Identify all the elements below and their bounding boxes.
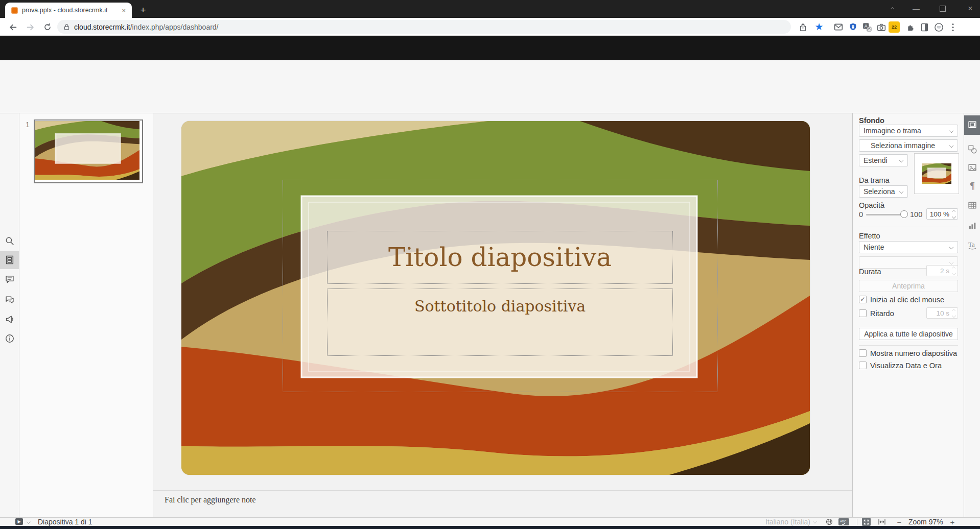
- delay-spinner-disabled: 10 s: [926, 307, 958, 319]
- search-icon[interactable]: [5, 236, 15, 246]
- url-text: cloud.storecrmk.it/index.php/apps/dashbo…: [74, 23, 219, 31]
- slide-settings-panel: Sfondo Immagine o trama Seleziona immagi…: [852, 113, 964, 517]
- table-settings-icon[interactable]: [967, 200, 977, 210]
- effect-select[interactable]: Niente: [859, 241, 958, 253]
- spellcheck-icon[interactable]: ABC: [838, 518, 849, 525]
- reload-icon[interactable]: [41, 20, 54, 34]
- slide-canvas-area[interactable]: Titolo diapositiva Sottotitolo diapositi…: [153, 113, 852, 517]
- translate-icon[interactable]: A: [860, 20, 874, 34]
- back-icon[interactable]: [6, 20, 19, 34]
- window-chevron-icon[interactable]: [886, 3, 898, 14]
- profile-badge-icon[interactable]: [932, 20, 945, 34]
- extensions-puzzle-icon[interactable]: [903, 20, 917, 34]
- document-language-globe-icon[interactable]: [825, 518, 833, 526]
- background-image-preview: [914, 153, 959, 194]
- duration-label: Durata: [859, 268, 881, 276]
- zoom-in-button[interactable]: +: [948, 518, 956, 526]
- preview-button-disabled: Anteprima: [859, 280, 958, 292]
- opacity-max-label: 100: [910, 210, 922, 219]
- slide-settings-icon[interactable]: [967, 119, 977, 130]
- tab-close-icon[interactable]: ×: [120, 7, 128, 14]
- fit-to-width-icon[interactable]: [877, 518, 886, 526]
- effect-label: Effetto: [859, 232, 880, 240]
- textart-settings-icon[interactable]: Ta: [967, 240, 977, 250]
- select-image-button[interactable]: Seleziona immagine: [859, 139, 958, 152]
- browser-tab[interactable]: prova.pptx - cloud.storecrmk.it ×: [5, 3, 132, 18]
- show-date-time-checkbox[interactable]: [859, 362, 867, 369]
- start-on-click-checkbox[interactable]: ✓: [859, 296, 867, 303]
- opacity-value-spinner[interactable]: 100 %: [926, 208, 958, 220]
- zoom-level[interactable]: Zoom 97%: [908, 518, 943, 526]
- editor-menubar: ONLYOFFICE File Home Inserisci Collabora…: [0, 60, 980, 79]
- right-toolbar: [964, 113, 980, 517]
- tab-title: prova.pptx - cloud.storecrmk.it: [22, 7, 120, 14]
- site-favicon: [11, 7, 18, 14]
- slide-info: Diapositiva 1 di 1: [38, 518, 92, 526]
- content-selection-outline[interactable]: [283, 180, 718, 392]
- browser-tab-strip: prova.pptx - cloud.storecrmk.it × + — ×: [0, 0, 980, 18]
- comments-icon[interactable]: [5, 274, 15, 284]
- svg-text:ABC: ABC: [840, 520, 847, 523]
- background-section-label: Sfondo: [859, 116, 884, 125]
- browser-address-bar: cloud.storecrmk.it/index.php/apps/dashbo…: [0, 18, 980, 36]
- subtitle-placeholder[interactable]: Sottotitolo diapositiva: [327, 288, 673, 356]
- editor-toolbar: Aggiungi diapositiva A▲ A▼ Aa B I U S A2…: [0, 79, 980, 113]
- screenshot-camera-icon[interactable]: [875, 20, 888, 34]
- opacity-min-label: 0: [859, 210, 863, 219]
- slide-thumbnails-panel: 1: [19, 113, 153, 517]
- new-tab-button[interactable]: +: [137, 4, 149, 16]
- window-maximize-button[interactable]: [938, 4, 947, 13]
- share-icon[interactable]: [796, 20, 809, 34]
- opacity-slider-track[interactable]: [866, 214, 904, 215]
- slides-panel-icon[interactable]: [5, 255, 15, 265]
- left-toolbar: [0, 113, 19, 517]
- shape-settings-icon[interactable]: [967, 144, 977, 154]
- omnibox[interactable]: cloud.storecrmk.it/index.php/apps/dashbo…: [57, 20, 791, 34]
- feedback-megaphone-icon[interactable]: [5, 314, 15, 324]
- window-close-button[interactable]: ×: [965, 3, 976, 14]
- show-slide-number-checkbox[interactable]: [859, 349, 867, 357]
- texture-select[interactable]: Seleziona: [859, 185, 908, 198]
- browser-menu-icon[interactable]: [947, 20, 959, 34]
- reading-list-icon[interactable]: [918, 20, 931, 34]
- background-fill-type-select[interactable]: Immagine o trama: [859, 125, 958, 137]
- slide-thumbnail[interactable]: [34, 119, 143, 183]
- apply-to-all-button[interactable]: Applica a tutte le diapositive: [859, 328, 958, 340]
- opacity-slider-knob[interactable]: [900, 210, 908, 218]
- forward-icon[interactable]: [24, 20, 37, 34]
- lock-icon: [63, 23, 70, 31]
- image-fit-select[interactable]: Estendi: [859, 154, 908, 166]
- slide-editing-surface[interactable]: Titolo diapositiva Sottotitolo diapositi…: [181, 121, 810, 475]
- extension-badge[interactable]: 22: [889, 21, 900, 33]
- delay-checkbox[interactable]: [859, 309, 867, 317]
- notes-divider[interactable]: [153, 490, 852, 491]
- image-settings-icon[interactable]: [967, 162, 977, 173]
- notes-placeholder[interactable]: Fai clic per aggiungere note: [165, 495, 256, 504]
- chart-settings-icon[interactable]: [967, 221, 977, 231]
- language-selector[interactable]: Italiano (Italia): [765, 518, 817, 526]
- svg-text:Ta: Ta: [968, 241, 975, 248]
- paragraph-settings-icon[interactable]: ¶: [967, 181, 977, 191]
- slideshow-options-chevron-icon[interactable]: [26, 519, 32, 525]
- status-bar: ▶ Diapositiva 1 di 1 Italiano (Italia) A…: [0, 517, 980, 526]
- start-slideshow-status-icon[interactable]: ▶: [15, 518, 23, 525]
- zoom-out-button[interactable]: −: [895, 518, 903, 526]
- about-info-icon[interactable]: [5, 333, 15, 344]
- window-minimize-button[interactable]: —: [911, 3, 922, 14]
- start-on-click-label: Inizia al clic del mouse: [870, 296, 944, 304]
- fit-to-slide-icon[interactable]: [862, 518, 871, 526]
- duration-spinner-disabled: 2 s: [926, 265, 958, 276]
- bookmark-star-icon[interactable]: ★: [812, 20, 826, 33]
- slide-thumbnail-image: [35, 121, 139, 180]
- slide-title-text[interactable]: Titolo diapositiva: [328, 231, 672, 283]
- show-slide-number-label: Mostra numero diapositiva: [870, 349, 957, 357]
- title-placeholder[interactable]: Titolo diapositiva: [327, 231, 673, 284]
- slide-number: 1: [26, 121, 30, 129]
- delay-label: Ritardo: [870, 309, 894, 318]
- mail-extension-icon[interactable]: [832, 20, 845, 34]
- chat-icon[interactable]: [5, 295, 15, 305]
- show-date-time-label: Visualizza Data e Ora: [870, 362, 942, 370]
- password-shield-icon[interactable]: [846, 20, 859, 34]
- from-texture-label: Da trama: [859, 176, 890, 184]
- slide-subtitle-text[interactable]: Sottotitolo diapositiva: [328, 289, 672, 315]
